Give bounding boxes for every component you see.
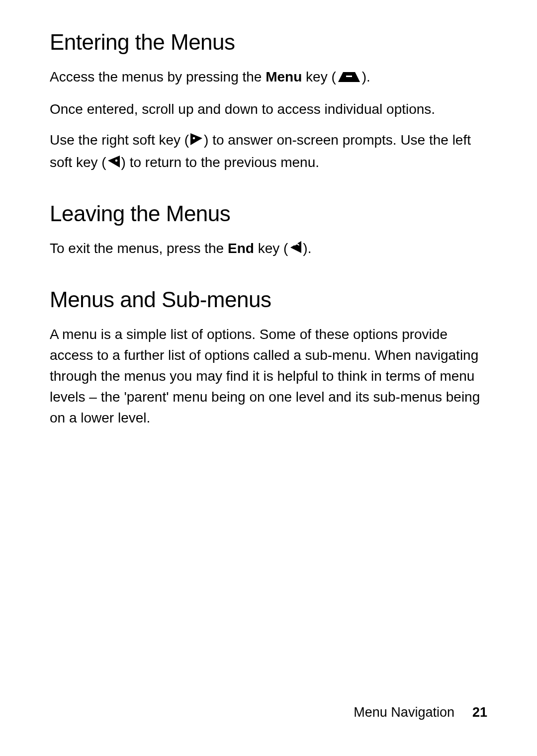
end-key-icon xyxy=(288,240,303,260)
page-footer: Menu Navigation21 xyxy=(354,705,487,720)
text: ) to return to the previous menu. xyxy=(121,155,319,170)
text: ). xyxy=(303,241,311,256)
text: Use the right soft key ( xyxy=(50,132,189,148)
text: key ( xyxy=(254,241,288,256)
text: key ( xyxy=(302,69,336,84)
heading-menus-submenus: Menus and Sub-menus xyxy=(50,287,487,312)
para-leaving-1: To exit the menus, press the End key (). xyxy=(50,238,487,260)
svg-point-1 xyxy=(193,137,195,140)
menu-key-icon xyxy=(336,68,362,89)
page: Entering the Menus Access the menus by p… xyxy=(0,0,537,756)
text: ). xyxy=(362,69,370,84)
para-menus-1: A menu is a simple list of options. Some… xyxy=(50,324,487,428)
para-entering-2: Once entered, scroll up and down to acce… xyxy=(50,99,487,120)
svg-rect-0 xyxy=(346,76,352,77)
right-soft-key-icon xyxy=(189,131,204,152)
left-soft-key-icon xyxy=(106,154,121,174)
bold-menu-key-name: Menu xyxy=(266,69,302,84)
heading-leaving-menus: Leaving the Menus xyxy=(50,201,487,226)
para-entering-1: Access the menus by pressing the Menu ke… xyxy=(50,67,487,89)
para-entering-3: Use the right soft key () to answer on-s… xyxy=(50,130,487,174)
svg-point-2 xyxy=(115,160,117,162)
text: To exit the menus, press the xyxy=(50,241,228,256)
bold-end-key-name: End xyxy=(228,241,254,256)
heading-entering-menus: Entering the Menus xyxy=(50,30,487,55)
footer-section-name: Menu Navigation xyxy=(354,705,454,720)
footer-page-number: 21 xyxy=(472,705,487,720)
text: Access the menus by pressing the xyxy=(50,69,266,84)
